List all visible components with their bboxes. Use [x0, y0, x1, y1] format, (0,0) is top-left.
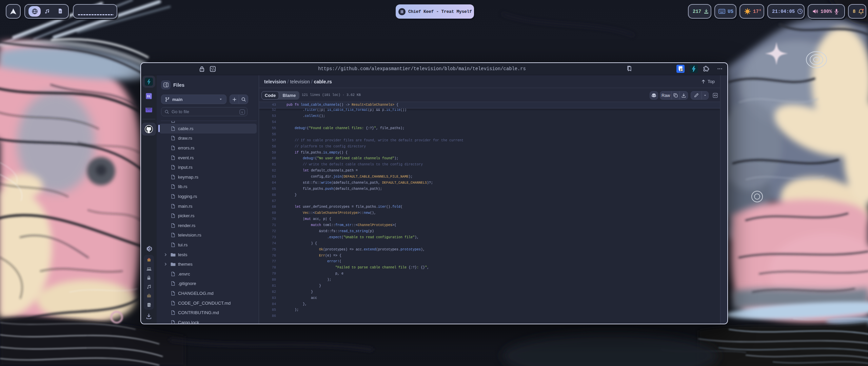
svg-text:t: t — [241, 110, 243, 114]
svg-text:31: 31 — [147, 95, 150, 98]
